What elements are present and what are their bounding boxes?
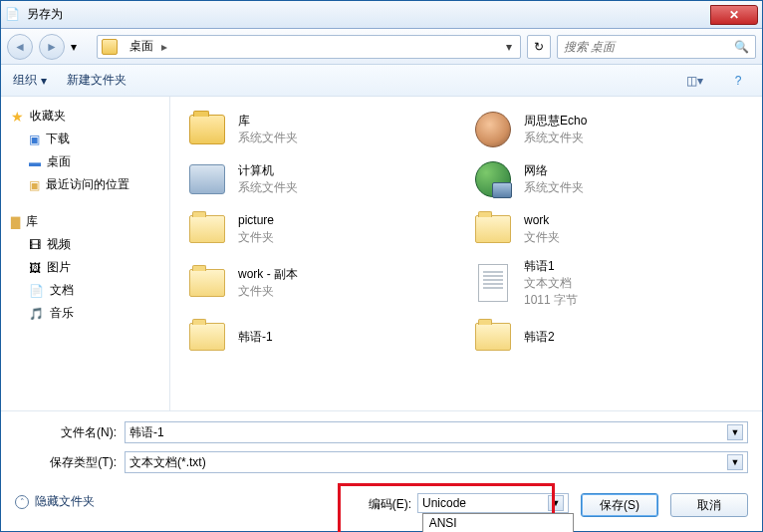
folder-icon <box>186 316 228 358</box>
item-name: work - 副本 <box>238 266 298 283</box>
list-item[interactable]: 计算机系统文件夹 <box>182 154 468 204</box>
folder-icon <box>186 208 228 250</box>
filetype-select[interactable]: 文本文档(*.txt) ▼ <box>125 451 748 473</box>
document-icon: 📄 <box>29 284 44 298</box>
item-name: 计算机 <box>238 162 298 179</box>
list-item[interactable]: 韩语2 <box>468 312 754 362</box>
back-button[interactable]: ◄ <box>7 34 33 60</box>
network-icon <box>472 158 514 200</box>
list-item[interactable]: work - 副本文件夹 <box>182 254 468 312</box>
item-sub: 系统文件夹 <box>524 130 587 146</box>
list-item[interactable]: 库系统文件夹 <box>182 105 468 154</box>
encoding-label: 编码(E): <box>369 493 411 513</box>
chevron-down-icon[interactable]: ▼ <box>727 454 743 470</box>
new-folder-button[interactable]: 新建文件夹 <box>67 72 127 89</box>
filename-input[interactable]: 韩语-1 ▼ <box>125 421 748 443</box>
item-name: 周思慧Echo <box>524 113 587 130</box>
chevron-right-icon[interactable]: ▸ <box>159 40 169 54</box>
address-bar[interactable]: 桌面 ▸ ▾ <box>97 35 521 59</box>
item-name: 韩语2 <box>524 329 555 346</box>
view-button[interactable]: ◫▾ <box>682 70 706 92</box>
toolbar: 组织 ▾ 新建文件夹 ◫▾ ? <box>1 65 762 97</box>
item-name: 韩语-1 <box>238 329 273 346</box>
chevron-down-icon[interactable]: ▾ <box>502 40 516 54</box>
folder-icon <box>472 208 514 250</box>
library-icon: ▇ <box>11 215 20 229</box>
item-sub: 文件夹 <box>238 283 298 300</box>
encoding-block: 编码(E): Unicode ▼ ANSIUnicodeUnicode big … <box>369 493 569 513</box>
filetype-label: 保存类型(T): <box>15 454 125 471</box>
search-input[interactable] <box>564 40 734 54</box>
desktop-icon: ▬ <box>29 155 41 169</box>
filename-label: 文件名(N): <box>15 424 125 441</box>
user-icon <box>472 109 514 150</box>
breadcrumb[interactable]: 桌面 <box>124 36 159 57</box>
app-icon: 📄 <box>5 7 21 23</box>
forward-button[interactable]: ► <box>39 34 65 60</box>
folder-icon <box>102 39 118 55</box>
sidebar-item-video[interactable]: 🎞视频 <box>5 233 165 256</box>
computer-icon <box>186 158 228 200</box>
item-sub: 系统文件夹 <box>238 130 298 146</box>
item-sub: 系统文件夹 <box>238 179 298 196</box>
encoding-select[interactable]: Unicode ▼ <box>417 493 569 513</box>
video-icon: 🎞 <box>29 238 41 252</box>
file-list: 库系统文件夹周思慧Echo系统文件夹计算机系统文件夹网络系统文件夹picture… <box>170 97 762 410</box>
item-name: 库 <box>238 113 298 130</box>
picture-icon: 🖼 <box>29 261 41 275</box>
item-name: 韩语1 <box>524 258 578 275</box>
sidebar-item-documents[interactable]: 📄文档 <box>5 279 165 302</box>
search-icon[interactable]: 🔍 <box>734 40 749 54</box>
organize-menu[interactable]: 组织 ▾ <box>13 72 47 89</box>
item-name: 网络 <box>524 162 584 179</box>
sidebar-item-downloads[interactable]: ▣下载 <box>5 128 165 150</box>
refresh-button[interactable]: ↻ <box>527 35 551 59</box>
item-name: picture <box>238 212 274 229</box>
star-icon: ★ <box>11 109 24 125</box>
search-box[interactable]: 🔍 <box>557 35 756 59</box>
sidebar: ★收藏夹 ▣下载 ▬桌面 ▣最近访问的位置 ▇库 🎞视频 🖼图片 📄文档 🎵音乐 <box>1 97 170 410</box>
footer: ˄ 隐藏文件夹 编码(E): Unicode ▼ ANSIUnicodeUnic… <box>1 487 762 531</box>
item-sub: 系统文件夹 <box>524 179 584 196</box>
cancel-button[interactable]: 取消 <box>670 493 748 517</box>
list-item[interactable]: picture文件夹 <box>182 204 468 254</box>
sidebar-item-music[interactable]: 🎵音乐 <box>5 302 165 325</box>
recent-icon: ▣ <box>29 178 40 192</box>
list-item[interactable]: work文件夹 <box>468 204 754 254</box>
list-item[interactable]: 网络系统文件夹 <box>468 154 754 204</box>
music-icon: 🎵 <box>29 307 44 321</box>
chevron-down-icon: ▾ <box>41 74 47 88</box>
download-icon: ▣ <box>29 133 40 146</box>
history-dropdown[interactable]: ▾ <box>71 40 91 54</box>
sidebar-library[interactable]: ▇库 <box>5 210 165 233</box>
list-item[interactable]: 周思慧Echo系统文件夹 <box>468 105 754 154</box>
encoding-option[interactable]: ANSI <box>423 514 573 532</box>
chevron-down-icon[interactable]: ▼ <box>548 495 564 511</box>
close-button[interactable]: ✕ <box>710 5 758 25</box>
window-title: 另存为 <box>27 6 710 23</box>
encoding-dropdown: ANSIUnicodeUnicode big endianUTF-8 <box>422 513 574 532</box>
chevron-up-icon: ˄ <box>15 495 29 509</box>
txt-icon <box>472 262 514 304</box>
list-item[interactable]: 韩语-1 <box>182 312 468 362</box>
titlebar: 📄 另存为 ✕ <box>1 1 762 29</box>
nav-bar: ◄ ► ▾ 桌面 ▸ ▾ ↻ 🔍 <box>1 29 762 65</box>
folder-icon <box>186 262 228 304</box>
item-sub: 文件夹 <box>524 229 560 246</box>
item-sub2: 1011 字节 <box>524 292 578 309</box>
sidebar-item-desktop[interactable]: ▬桌面 <box>5 150 165 173</box>
bottom-panel: 文件名(N): 韩语-1 ▼ 保存类型(T): 文本文档(*.txt) ▼ <box>1 410 762 487</box>
sidebar-favorites[interactable]: ★收藏夹 <box>5 105 165 128</box>
save-button[interactable]: 保存(S) <box>581 493 658 517</box>
item-name: work <box>524 212 560 229</box>
sidebar-item-pictures[interactable]: 🖼图片 <box>5 256 165 279</box>
help-button[interactable]: ? <box>726 70 750 92</box>
hide-folders-toggle[interactable]: ˄ 隐藏文件夹 <box>15 493 95 510</box>
item-sub: 文件夹 <box>238 229 274 246</box>
sidebar-item-recent[interactable]: ▣最近访问的位置 <box>5 173 165 196</box>
lib-icon <box>186 109 228 150</box>
item-sub: 文本文档 <box>524 275 578 292</box>
chevron-down-icon[interactable]: ▼ <box>727 424 743 440</box>
folder-icon <box>472 316 514 358</box>
list-item[interactable]: 韩语1文本文档1011 字节 <box>468 254 754 312</box>
